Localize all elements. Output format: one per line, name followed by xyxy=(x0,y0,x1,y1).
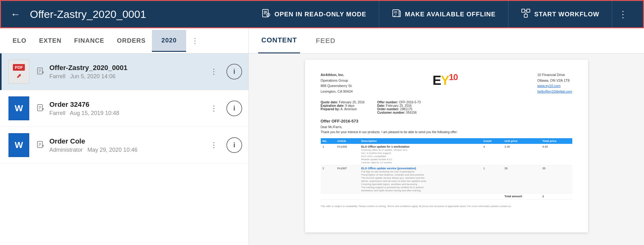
document-preview-area: AirAthlon, Inc. Operations Group 888 Que… xyxy=(249,53,644,245)
left-panel: ELO EXTEN FINANCE ORDERS 2020 ⋮ PDF ⬈ xyxy=(0,28,248,245)
doc-logo: EY10 xyxy=(433,72,458,88)
back-button[interactable]: ← xyxy=(10,8,20,20)
breadcrumb-tab-exten[interactable]: EXTEN xyxy=(33,37,68,44)
breadcrumb-tab-2020[interactable]: 2020 xyxy=(152,30,186,52)
make-offline-label: MAKE AVAILABLE OFFLINE xyxy=(405,11,496,18)
file-more-button-2[interactable]: ⋮ xyxy=(208,102,220,115)
col-count: Count xyxy=(481,138,502,144)
breadcrumb-more-icon[interactable]: ⋮ xyxy=(186,36,204,45)
col-unit-price: Unit price xyxy=(502,138,540,144)
file-info-3: Order Cole Administrator May 29, 2020 10… xyxy=(49,137,208,153)
file-name-2: Order 32476 xyxy=(49,101,208,109)
page-title: Offer-Zastry_2020_0001 xyxy=(30,8,249,20)
app-header: ← Offer-Zastry_2020_0001 OPEN IN READ-ON… xyxy=(0,0,644,28)
file-info-2: Order 32476 Farrell Aug 15, 2019 10:48 xyxy=(49,101,208,117)
col-total-price: Total price xyxy=(541,138,572,144)
file-actions-1: ⋮ i xyxy=(208,64,242,79)
main-layout: ELO EXTEN FINANCE ORDERS 2020 ⋮ PDF ⬈ xyxy=(0,28,644,245)
file-actions-3: ⋮ i xyxy=(208,137,242,153)
table-row: 2 FA1007 ELO Office update service (pres… xyxy=(321,166,572,193)
doc-body-text: Thank you for your interest in our produ… xyxy=(321,130,572,134)
file-icon-word-2: W xyxy=(8,96,30,121)
file-meta-1: Farrell Jun 5, 2020 14:06 xyxy=(49,73,208,80)
ref-icon-1 xyxy=(35,66,46,77)
col-no: No. xyxy=(321,138,336,144)
breadcrumb-tab-finance[interactable]: FINANCE xyxy=(68,37,111,44)
tab-content[interactable]: CONTENT xyxy=(258,28,300,53)
ref-icon-2 xyxy=(35,103,46,114)
list-item[interactable]: PDF ⬈ Offer-Zastry_2020_0001 xyxy=(0,53,248,90)
breadcrumb-tab-elo[interactable]: ELO xyxy=(6,37,33,44)
file-info-button-2[interactable]: i xyxy=(226,101,242,116)
file-name-1: Offer-Zastry_2020_0001 xyxy=(49,64,208,72)
document-preview: AirAthlon, Inc. Operations Group 888 Que… xyxy=(305,60,588,232)
file-actions-2: ⋮ i xyxy=(208,101,242,116)
open-readonly-button[interactable]: OPEN IN READ-ONLY MODE xyxy=(249,0,379,28)
svg-rect-6 xyxy=(393,10,399,17)
doc-salutation: Dear Mr./Farris, xyxy=(321,125,572,129)
list-item[interactable]: W Order 32476 Farrell xyxy=(0,90,248,127)
col-description: Description xyxy=(359,138,481,144)
file-info-1: Offer-Zastry_2020_0001 Farrell Jun 5, 20… xyxy=(49,64,208,80)
offline-icon xyxy=(392,8,401,20)
offer-title: Offer OFF-2016-573 xyxy=(321,119,572,123)
file-more-button-1[interactable]: ⋮ xyxy=(208,65,220,78)
svg-rect-10 xyxy=(522,9,525,12)
file-icon-pdf: PDF ⬈ xyxy=(8,59,30,84)
file-info-button-1[interactable]: i xyxy=(226,64,242,79)
right-panel: CONTENT FEED AirAthlon, Inc. Operations … xyxy=(248,28,644,245)
tab-feed[interactable]: FEED xyxy=(313,28,339,53)
table-row: 1 FA1005 ELO Office update for 1 worksta… xyxy=(321,144,572,166)
svg-rect-11 xyxy=(527,9,530,12)
offer-table: No. Article Description Count Unit price… xyxy=(321,138,572,199)
list-item[interactable]: W Order Cole Administrator xyxy=(0,127,248,164)
start-workflow-label: START WORKFLOW xyxy=(534,11,599,18)
file-icon-word-3: W xyxy=(8,133,30,158)
file-info-button-3[interactable]: i xyxy=(226,137,242,153)
file-more-button-3[interactable]: ⋮ xyxy=(208,139,220,151)
col-article: Article xyxy=(336,138,359,144)
make-offline-button[interactable]: MAKE AVAILABLE OFFLINE xyxy=(379,0,508,28)
breadcrumb-tabs: ELO EXTEN FINANCE ORDERS 2020 ⋮ xyxy=(0,28,248,53)
header-actions: OPEN IN READ-ONLY MODE MAKE AVAILABLE OF… xyxy=(249,0,634,28)
file-list: PDF ⬈ Offer-Zastry_2020_0001 xyxy=(0,53,248,245)
right-panel-tabs: CONTENT FEED xyxy=(249,28,644,53)
breadcrumb-tab-orders[interactable]: ORDERS xyxy=(111,37,152,44)
start-workflow-button[interactable]: START WORKFLOW xyxy=(508,0,612,28)
table-total-row: Total amount 1 xyxy=(321,193,572,199)
svg-rect-12 xyxy=(524,14,527,17)
more-options-button[interactable]: ⋮ xyxy=(612,0,634,28)
open-readonly-label: OPEN IN READ-ONLY MODE xyxy=(275,11,366,18)
workflow-icon xyxy=(521,8,530,20)
readonly-icon xyxy=(261,8,271,20)
file-meta-3: Administrator May 29, 2020 10:46 xyxy=(49,147,208,153)
file-meta-2: Farrell Aug 15, 2019 10:48 xyxy=(49,110,208,117)
svg-point-5 xyxy=(268,14,269,15)
file-name-3: Order Cole xyxy=(49,137,208,145)
ref-icon-3 xyxy=(35,139,46,151)
doc-footer: This offer is subject to availability. P… xyxy=(321,204,572,208)
